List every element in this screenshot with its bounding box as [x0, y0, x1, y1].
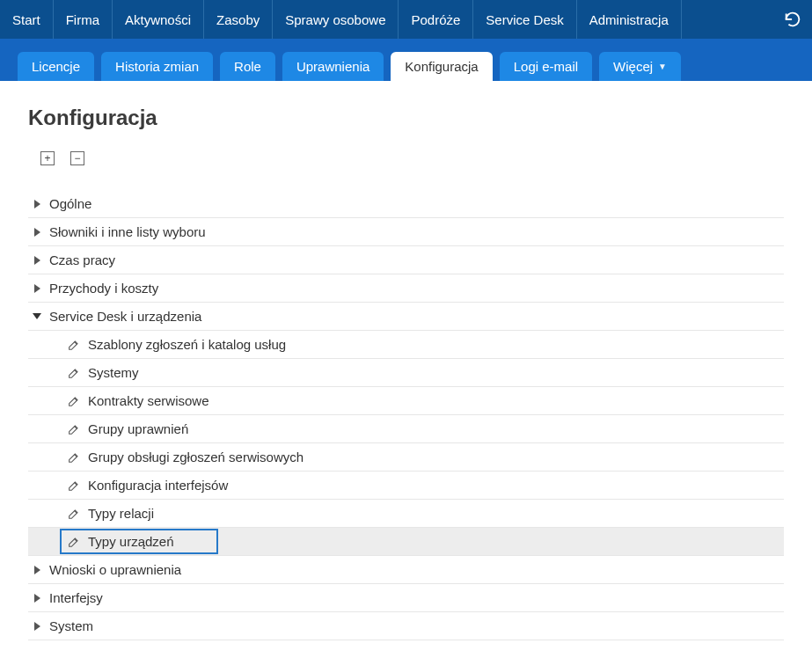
tree-node-label: Interfejsy [49, 590, 103, 605]
nav-label: Sprawy osobowe [285, 12, 385, 27]
expand-icon [32, 621, 42, 632]
tree-item-label: Grupy obsługi zgłoszeń serwisowych [88, 450, 304, 464]
config-tree: Ogólne Słowniki i inne listy wyboru Czas… [28, 190, 784, 640]
edit-icon [67, 507, 81, 521]
edit-icon [67, 338, 81, 352]
nav-start[interactable]: Start [0, 0, 54, 39]
tree-node-czas-pracy[interactable]: Czas pracy [28, 246, 784, 274]
nav-aktywnosci[interactable]: Aktywności [113, 0, 204, 39]
chevron-down-icon: ▼ [658, 62, 667, 71]
nav-label: Administracja [589, 12, 669, 27]
tree-node-label: Ogólne [49, 196, 91, 211]
tab-role[interactable]: Role [220, 52, 275, 81]
nav-label: Firma [66, 12, 99, 27]
tree-node-system[interactable]: System [28, 612, 784, 640]
edit-icon [67, 479, 81, 493]
tab-historia-zmian[interactable]: Historia zmian [101, 52, 213, 81]
tab-label: Konfiguracja [405, 59, 478, 74]
nav-podroze[interactable]: Podróże [399, 0, 473, 39]
edit-icon [67, 366, 81, 380]
tree-item-grupy-obslugi[interactable]: Grupy obsługi zgłoszeń serwisowych [28, 443, 784, 472]
tree-node-label: Wnioski o uprawnienia [49, 562, 181, 577]
page-title: Konfiguracja [28, 106, 784, 130]
nav-label: Podróże [411, 12, 460, 27]
expand-icon [32, 593, 42, 603]
tree-item-szablony-zgloszen[interactable]: Szablony zgłoszeń i katalog usług [28, 331, 784, 359]
expand-icon [32, 283, 42, 294]
nav-firma[interactable]: Firma [54, 0, 113, 39]
edit-icon [67, 422, 81, 436]
tree-children-service-desk: Szablony zgłoszeń i katalog usług System… [28, 331, 784, 556]
collapse-icon [32, 311, 42, 322]
tab-label: Logi e-mail [514, 59, 578, 74]
tree-item-kontrakty-serwisowe[interactable]: Kontrakty serwisowe [28, 387, 784, 415]
tree-node-interfejsy[interactable]: Interfejsy [28, 584, 784, 612]
tree-item-label: Typy urządzeń [88, 534, 174, 549]
tab-konfiguracja[interactable]: Konfiguracja [391, 52, 492, 81]
expand-all-button[interactable]: + [40, 151, 55, 165]
tree-node-label: System [49, 618, 93, 633]
nav-service-desk[interactable]: Service Desk [473, 0, 576, 39]
tree-item-label: Konfiguracja interfejsów [88, 478, 228, 493]
expand-icon [32, 255, 42, 266]
tree-controls: + − [28, 151, 784, 165]
tree-node-label: Przychody i koszty [49, 281, 158, 296]
undo-icon [783, 10, 802, 29]
tree-node-slowniki[interactable]: Słowniki i inne listy wyboru [28, 218, 784, 246]
tab-label: Uprawnienia [296, 59, 369, 74]
tab-licencje[interactable]: Licencje [18, 52, 94, 81]
collapse-all-button[interactable]: − [70, 151, 84, 165]
tree-node-label: Service Desk i urządzenia [49, 309, 201, 324]
tree-item-label: Grupy uprawnień [88, 421, 188, 436]
edit-icon [67, 450, 81, 464]
tree-node-label: Słowniki i inne listy wyboru [49, 224, 206, 239]
nav-spacer [682, 0, 773, 39]
plus-icon: + [44, 153, 50, 164]
tree-node-ogolne[interactable]: Ogólne [28, 190, 784, 218]
nav-administracja[interactable]: Administracja [577, 0, 682, 39]
nav-label: Zasoby [216, 12, 260, 27]
expand-icon [32, 199, 42, 209]
tree-node-service-desk[interactable]: Service Desk i urządzenia [28, 303, 784, 331]
nav-label: Aktywności [125, 12, 191, 27]
tree-item-label: Systemy [88, 365, 139, 380]
tree-node-label: Czas pracy [49, 252, 115, 267]
tab-label: Licencje [32, 59, 80, 74]
page-content: Konfiguracja + − Ogólne Słowniki i inne … [0, 81, 812, 658]
tab-uprawnienia[interactable]: Uprawnienia [282, 52, 384, 81]
secondary-nav: Licencje Historia zmian Role Uprawnienia… [0, 39, 812, 81]
tree-item-grupy-uprawnien[interactable]: Grupy uprawnień [28, 415, 784, 443]
tree-item-label: Szablony zgłoszeń i katalog usług [88, 337, 286, 352]
expand-icon [32, 227, 42, 238]
tree-item-label: Typy relacji [88, 506, 154, 521]
tree-item-konfiguracja-interfejsow[interactable]: Konfiguracja interfejsów [28, 472, 784, 500]
tree-node-wnioski[interactable]: Wnioski o uprawnienia [28, 556, 784, 584]
tab-label: Role [234, 59, 261, 74]
nav-zasoby[interactable]: Zasoby [204, 0, 273, 39]
edit-icon [67, 394, 81, 408]
undo-button[interactable] [773, 0, 812, 39]
tree-item-typy-urzadzen[interactable]: Typy urządzeń [28, 528, 784, 556]
tree-item-systemy[interactable]: Systemy [28, 359, 784, 387]
minus-icon: − [74, 153, 80, 164]
tab-label: Historia zmian [115, 59, 199, 74]
nav-label: Start [12, 12, 40, 27]
tab-label: Więcej [613, 59, 653, 74]
nav-sprawy-osobowe[interactable]: Sprawy osobowe [273, 0, 399, 39]
tree-node-przychody-koszty[interactable]: Przychody i koszty [28, 274, 784, 303]
edit-icon [67, 535, 81, 549]
expand-icon [32, 565, 42, 575]
tree-item-label: Kontrakty serwisowe [88, 393, 209, 408]
tab-logi-email[interactable]: Logi e-mail [500, 52, 592, 81]
tree-item-typy-relacji[interactable]: Typy relacji [28, 500, 784, 528]
primary-nav: Start Firma Aktywności Zasoby Sprawy oso… [0, 0, 812, 39]
nav-label: Service Desk [486, 12, 563, 27]
tab-wiecej[interactable]: Więcej ▼ [599, 52, 681, 81]
